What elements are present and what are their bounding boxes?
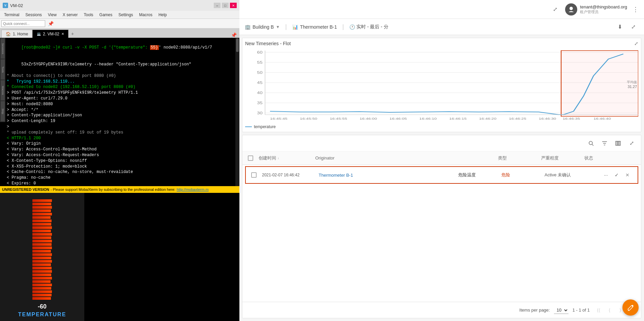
menu-macros[interactable]: Macros	[137, 12, 155, 18]
legend-label: temperature	[254, 124, 276, 129]
svg-text:16:46:40: 16:46:40	[593, 117, 611, 120]
device-actions: ⬇ ⤢	[614, 22, 639, 32]
svg-text:40: 40	[257, 91, 262, 95]
tab-home[interactable]: 🏠 1. Home	[1, 30, 32, 38]
terminal-line-15: < Vary: Access-Control-Request-Headers	[7, 152, 238, 158]
alarm-acknowledge-button[interactable]: ✓	[612, 170, 621, 180]
terminal-content[interactable]: [root@node02 ~]# curl -v -X POST -d '{"t…	[0, 38, 239, 186]
alarm-time: 2021-02-07 16:46:42	[262, 173, 316, 177]
terminal-line-5: > User-Agent: curl/7.29.0	[7, 96, 238, 101]
separator: |	[285, 23, 287, 30]
alarm-search-button[interactable]	[586, 138, 596, 149]
svg-rect-34	[619, 141, 620, 145]
minimize-button[interactable]: –	[214, 3, 221, 8]
alarm-more-button[interactable]: ···	[601, 170, 611, 180]
home-icon: 🏠	[6, 32, 11, 36]
col-header-type: 类型	[498, 155, 538, 161]
menu-games[interactable]: Games	[97, 12, 115, 18]
terminal-line-1: * About to connect() to node02 port 8080…	[7, 73, 238, 79]
download-button[interactable]: ⬇	[614, 22, 625, 32]
menu-tools[interactable]: Tools	[81, 12, 96, 18]
col-header-time: 创建时间 ↓	[259, 155, 313, 161]
quick-connect-input[interactable]	[1, 20, 45, 27]
macros-tab[interactable]: Macros	[1, 80, 5, 100]
legend-line	[245, 126, 252, 127]
tab-home-label: 1. Home	[13, 32, 28, 36]
menu-terminal[interactable]: Terminal	[1, 12, 22, 18]
close-button[interactable]: ✕	[230, 3, 237, 8]
svg-point-0	[569, 7, 573, 10]
device-icon: 📊	[292, 24, 298, 30]
chart-svg: 60 55 50 45 40 35 30 16:45:45 16:45:50 1…	[245, 49, 638, 123]
tab-close-icon[interactable]: ✕	[61, 32, 64, 36]
svg-text:16:46:30: 16:46:30	[539, 117, 556, 120]
row-checkbox[interactable]	[248, 172, 259, 178]
sessions-tab[interactable]: Sessions	[1, 38, 5, 59]
svg-text:16:46:00: 16:46:00	[359, 117, 377, 120]
page-first-button[interactable]: ⟨⟨	[594, 305, 603, 315]
terminal-line-8: > Content-Type:application/json	[7, 113, 238, 118]
chart-expand-button[interactable]: ⤢	[634, 41, 638, 46]
strip-tab[interactable]: Strip	[1, 101, 5, 121]
svg-rect-33	[617, 141, 619, 145]
unregistered-message: - Please support MobaXterm by subscribin…	[51, 187, 175, 192]
vm-icon: V	[3, 3, 8, 8]
maximize-button[interactable]: □	[222, 3, 229, 8]
right-panel: ⤢ tenant@thingsboard.org 租户管理员 ⋮ 🏢 Build…	[239, 0, 644, 321]
menu-xserver[interactable]: X server	[60, 12, 81, 18]
quick-connect-bar: 📌	[0, 19, 239, 28]
menu-help[interactable]: Help	[156, 12, 170, 18]
per-page-label: Items per page:	[519, 308, 550, 313]
pagination-bar: Items per page: 10 25 50 1 - 1 of 1 ⟨⟨ ⟨…	[242, 302, 641, 318]
alarm-row-actions: ··· ✓ ✕	[601, 170, 635, 180]
avatar	[565, 3, 577, 16]
alarm-fullscreen-button[interactable]: ⤢	[626, 138, 637, 149]
svg-text:16:46:10: 16:46:10	[419, 117, 437, 120]
tools-tab[interactable]: Tools	[1, 59, 5, 80]
col-header-originator: Originator	[315, 155, 495, 160]
menu-sessions[interactable]: Sessions	[23, 12, 45, 18]
alarm-originator[interactable]: Thermometer B-1	[319, 173, 456, 178]
svg-line-31	[592, 144, 593, 146]
device-selector[interactable]: 📊 Thermometer B-1	[292, 24, 337, 30]
terminal-line-17: < X-XSS-Protection: 1; mode=block	[7, 164, 238, 170]
thermo-bars	[32, 199, 52, 300]
terminal-line-9: > Content-Length: 19	[7, 118, 238, 124]
svg-text:50: 50	[257, 71, 262, 75]
mobaxterm-link[interactable]: http://mobaxterm.m	[177, 187, 209, 192]
building-chevron: ▼	[276, 25, 280, 29]
building-label: Building B	[253, 24, 274, 30]
alarm-columns-button[interactable]	[613, 138, 623, 149]
chart-section: New Timeseries - Flot ⤢ 60 55 50 45 40 3…	[242, 38, 641, 132]
chart-avg: 平均值 31.27	[627, 80, 637, 89]
tabs-bar: 🏠 1. Home 💻 2. VM-02 ✕ + 📌	[0, 28, 239, 38]
terminal-line-3: * Connected to node02 (192.168.52.110) p…	[7, 84, 238, 90]
terminal-scrollbar[interactable]	[235, 38, 239, 186]
user-profile[interactable]: tenant@thingsboard.org 租户管理员	[565, 3, 627, 16]
vm02-tab-icon: 💻	[37, 32, 41, 36]
select-all-checkbox[interactable]	[248, 155, 253, 161]
terminal-line-4: > POST /api/v1/753xZr5YGPFyENFk9I9R/tele…	[7, 90, 238, 96]
tab-vm02-label: 2. VM-02	[43, 32, 59, 36]
building-selector[interactable]: 🏢 Building B ▼	[245, 24, 280, 30]
header-expand-button[interactable]: ⤢	[550, 5, 560, 14]
sort-time-icon[interactable]: ↓	[277, 156, 279, 160]
page-prev-button[interactable]: ⟨	[605, 305, 614, 315]
header-checkbox[interactable]	[245, 155, 256, 161]
svg-text:16:45:50: 16:45:50	[300, 117, 317, 120]
row-select-checkbox[interactable]	[251, 172, 257, 178]
header-more-button[interactable]: ⋮	[633, 6, 639, 13]
alarm-clear-button[interactable]: ✕	[623, 170, 632, 180]
svg-text:45: 45	[257, 81, 262, 85]
tab-vm02[interactable]: 💻 2. VM-02 ✕	[32, 30, 68, 38]
thermometer-panel: -60 TEMPERATURE	[0, 193, 84, 321]
time-mode[interactable]: 🕐 实时 - 最后 - 分	[349, 24, 388, 30]
menu-settings[interactable]: Settings	[116, 12, 136, 18]
tab-add-button[interactable]: +	[68, 30, 77, 38]
fullscreen-button[interactable]: ⤢	[628, 22, 639, 32]
vm-window-controls: – □ ✕	[214, 3, 237, 8]
fab-edit-button[interactable]	[622, 299, 639, 316]
per-page-select[interactable]: 10 25 50	[554, 307, 568, 314]
alarm-filter-button[interactable]	[599, 138, 610, 149]
menu-view[interactable]: View	[45, 12, 59, 18]
